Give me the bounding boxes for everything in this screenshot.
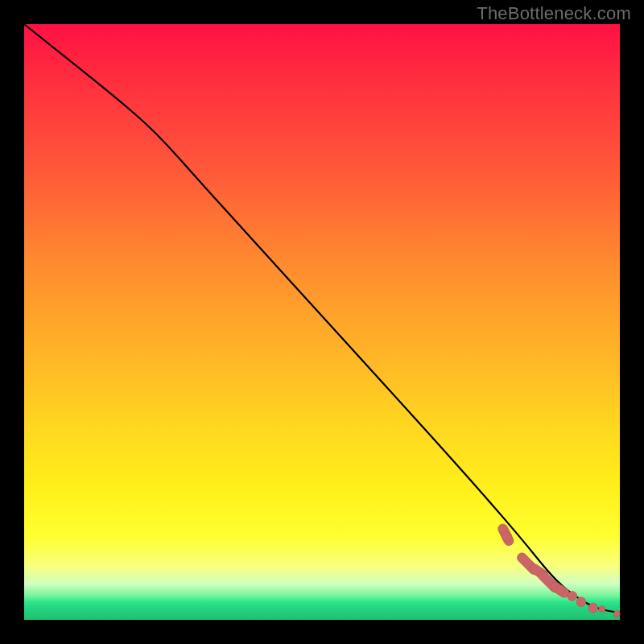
plot-area xyxy=(24,24,620,620)
chart-frame: TheBottleneck.com xyxy=(0,0,644,644)
bottleneck-curve xyxy=(24,24,620,613)
data-dot xyxy=(568,591,577,601)
chart-svg xyxy=(24,24,620,620)
data-dot xyxy=(555,585,565,595)
watermark-text: TheBottleneck.com xyxy=(477,3,631,24)
data-dot xyxy=(613,611,620,617)
data-dot xyxy=(576,597,586,607)
data-dot xyxy=(502,531,511,541)
data-dot xyxy=(599,606,605,613)
data-dot xyxy=(588,603,598,613)
data-point-cluster xyxy=(497,522,621,617)
